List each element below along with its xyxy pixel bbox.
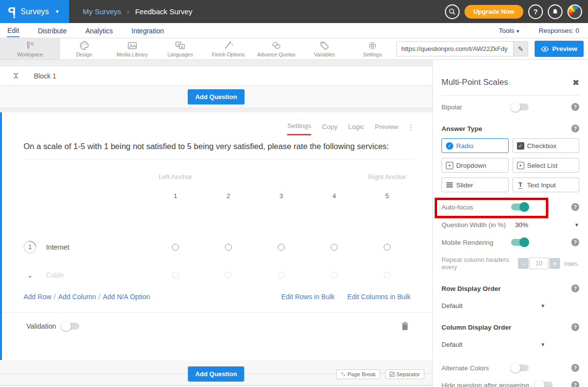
toolbar-item-advance-quotas[interactable]: Advance Quotas	[252, 38, 300, 59]
column-header[interactable]: 2	[226, 192, 230, 200]
radio-icon[interactable]	[225, 272, 232, 279]
help-icon[interactable]: ?	[571, 364, 579, 372]
help-icon[interactable]: ?	[571, 284, 579, 292]
radio-icon[interactable]	[225, 244, 232, 251]
repeat-headers-input[interactable]	[530, 258, 548, 269]
breadcrumb-my-surveys[interactable]: My Surveys	[83, 7, 121, 16]
column-header[interactable]: 1	[173, 192, 177, 200]
row-label[interactable]: Cable	[46, 271, 64, 279]
radio-icon[interactable]	[331, 272, 338, 279]
column-header[interactable]: 5	[385, 192, 389, 200]
toolbar-item-languages[interactable]: 文A Languages	[156, 38, 204, 59]
column-header[interactable]: 4	[332, 192, 336, 200]
tab-integration[interactable]: Integration	[131, 25, 164, 37]
question-card: Settings Copy Logic Preview ⋮ On a scale…	[0, 112, 432, 360]
hide-question-label: Hide question after answering	[441, 382, 529, 387]
toolbar-item-workspace[interactable]: Workspace	[0, 38, 60, 59]
auto-focus-toggle[interactable]	[511, 204, 529, 210]
user-avatar[interactable]	[567, 4, 582, 19]
survey-url-input[interactable]	[397, 42, 513, 56]
question-width-row[interactable]: Question Width (in %) 30% ▼	[441, 221, 579, 229]
matrix-row-cable: ⌄ Cable	[2, 271, 432, 279]
preview-button[interactable]: Preview	[535, 41, 584, 57]
tag-icon	[319, 41, 329, 51]
column-display-order-select[interactable]: Default ▼	[441, 341, 545, 348]
alternate-colors-toggle[interactable]	[511, 364, 529, 371]
add-row-link[interactable]: Add Row	[24, 293, 51, 301]
breadcrumb-current: Feedback Survey	[135, 7, 193, 16]
top-bar: P Surveys ▼ My Surveys › Feedback Survey…	[0, 0, 588, 23]
separator-button[interactable]: Separator	[385, 369, 424, 379]
collapse-block-icon[interactable]	[13, 72, 19, 79]
question-more-menu-icon[interactable]: ⋮	[407, 123, 415, 135]
radio-icon[interactable]	[331, 244, 338, 251]
app-logo-menu[interactable]: P Surveys ▼	[0, 0, 69, 23]
help-button[interactable]: ?	[528, 4, 543, 19]
answer-type-text-input[interactable]: TText Input	[513, 178, 580, 192]
validation-toggle[interactable]	[62, 323, 79, 330]
repeat-headers-label: Repeat column headers every	[441, 256, 512, 271]
answer-type-dropdown[interactable]: ▼Dropdown	[441, 158, 509, 173]
close-icon[interactable]: ✖	[573, 78, 579, 87]
answer-type-label: Answer Type	[441, 125, 482, 132]
left-anchor-label[interactable]: Left Anchor	[159, 173, 192, 181]
increment-button[interactable]: +	[549, 258, 560, 269]
help-icon[interactable]: ?	[571, 323, 579, 331]
mobile-rendering-toggle[interactable]	[511, 239, 529, 246]
question-tab-copy[interactable]: Copy	[322, 123, 338, 135]
edit-rows-in-bulk-link[interactable]: Edit Rows in Bulk	[281, 293, 335, 301]
responses-count[interactable]: Responses: 0	[539, 27, 579, 34]
row-label[interactable]: Internet	[46, 243, 69, 251]
toolbar-item-finish-options[interactable]: Finish Options	[204, 38, 252, 59]
chevron-down-icon[interactable]: ⌄	[24, 271, 36, 279]
delete-question-button[interactable]	[401, 322, 409, 331]
help-icon[interactable]: ?	[571, 203, 579, 211]
question-tab-logic[interactable]: Logic	[348, 123, 364, 135]
hide-question-toggle[interactable]	[535, 382, 553, 387]
notifications-button[interactable]	[548, 4, 563, 19]
toolbar-item-design[interactable]: Design	[60, 38, 108, 59]
question-text[interactable]: On a scale of 1-5 with 1 being not satis…	[24, 140, 403, 153]
search-icon	[449, 8, 456, 15]
radio-icon[interactable]	[384, 272, 391, 279]
radio-icon[interactable]	[172, 244, 179, 251]
toolbar-item-media-library[interactable]: Media Library	[108, 38, 156, 59]
row-display-order-label: Row Display Order	[441, 285, 501, 292]
right-anchor-label[interactable]: Right Anchor	[368, 173, 406, 181]
image-icon	[127, 41, 138, 51]
page-break-button[interactable]: Page Break	[336, 369, 380, 379]
question-tab-settings[interactable]: Settings	[287, 122, 311, 135]
add-question-button-top[interactable]: Add Question	[188, 89, 244, 104]
row-display-order-select[interactable]: Default ▼	[441, 302, 545, 310]
toolbar-item-variables[interactable]: Variables	[300, 38, 348, 59]
help-icon[interactable]: ?	[571, 381, 579, 387]
question-tab-preview[interactable]: Preview	[375, 123, 398, 135]
toolbar-item-settings[interactable]: Settings	[348, 38, 396, 59]
upgrade-now-button[interactable]: Upgrade Now	[465, 5, 523, 19]
help-icon[interactable]: ?	[571, 125, 579, 132]
search-button[interactable]	[445, 4, 460, 19]
tab-edit[interactable]: Edit	[7, 24, 20, 37]
edit-url-button[interactable]: ✎	[513, 42, 528, 56]
add-na-option-link[interactable]: Add N/A Option	[103, 293, 150, 301]
tools-menu[interactable]: Tools▼	[499, 27, 520, 34]
tab-analytics[interactable]: Analytics	[85, 25, 113, 37]
answer-type-radio[interactable]: ✓Radio	[441, 138, 509, 153]
radio-icon[interactable]	[278, 244, 285, 251]
add-question-button-bottom[interactable]: Add Question	[188, 366, 244, 382]
add-column-link[interactable]: Add Column	[58, 293, 96, 301]
edit-columns-in-bulk-link[interactable]: Edit Columns in Bulk	[347, 293, 411, 301]
help-icon[interactable]: ?	[571, 238, 579, 246]
block-title[interactable]: Block 1	[34, 72, 56, 80]
tab-distribute[interactable]: Distribute	[37, 25, 67, 37]
help-icon[interactable]: ?	[571, 103, 579, 111]
radio-icon[interactable]	[278, 272, 285, 279]
radio-icon[interactable]	[172, 272, 179, 279]
answer-type-checkbox[interactable]: ✓Checkbox	[513, 138, 580, 153]
answer-type-select-list[interactable]: ▼Select List	[513, 158, 580, 173]
radio-icon[interactable]	[384, 244, 391, 251]
column-header[interactable]: 3	[279, 192, 283, 200]
decrement-button[interactable]: –	[518, 258, 529, 269]
bipolar-toggle[interactable]	[511, 103, 529, 110]
answer-type-slider[interactable]: Slider	[441, 178, 509, 192]
